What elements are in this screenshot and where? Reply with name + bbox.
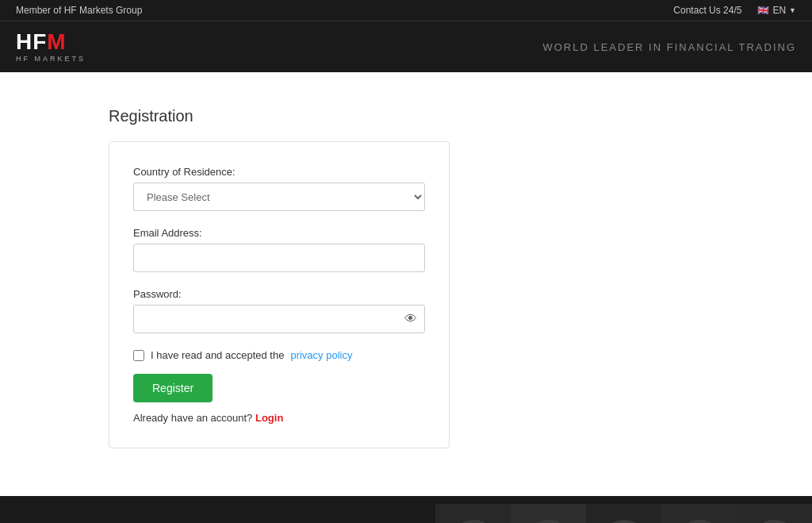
password-label: Password:: [133, 288, 425, 300]
logo-hf: HF: [16, 29, 47, 54]
member-text: Member of HF Markets Group: [16, 5, 142, 16]
lang-text: EN: [772, 5, 786, 16]
login-link[interactable]: Login: [255, 412, 283, 424]
privacy-checkbox-row: I have read and accepted the privacy pol…: [133, 349, 425, 361]
player-4: [661, 504, 737, 523]
country-select[interactable]: Please Select: [133, 183, 425, 211]
email-label: Email Address:: [133, 227, 425, 239]
logo-hfm: HFM: [16, 31, 67, 53]
checkbox-text: I have read and accepted the: [151, 349, 284, 361]
language-selector[interactable]: 🇬🇧 EN ▼: [757, 5, 796, 16]
player-3: [586, 504, 661, 523]
password-group: Password: 👁: [133, 288, 425, 333]
player-5: [737, 504, 812, 523]
register-button[interactable]: Register: [133, 374, 213, 402]
footer-area: HFM HF MARKETS PARISSG: [0, 496, 812, 523]
tagline: WORLD LEADER IN FINANCIAL TRADING: [542, 41, 796, 53]
password-input[interactable]: [133, 305, 425, 333]
registration-form-card: Country of Residence: Please Select Emai…: [109, 141, 450, 448]
logo[interactable]: HFM HF MARKETS: [16, 31, 86, 63]
chevron-down-icon: ▼: [789, 6, 796, 14]
email-group: Email Address:: [133, 227, 425, 272]
flag-icon: 🇬🇧: [757, 5, 769, 16]
login-text: Already have an account?: [133, 412, 252, 424]
country-group: Country of Residence: Please Select: [133, 166, 425, 211]
contact-us-text: Contact Us 24/5: [673, 5, 741, 16]
country-label: Country of Residence:: [133, 166, 425, 178]
privacy-checkbox[interactable]: [133, 350, 144, 361]
player-1: [435, 504, 511, 523]
player-2: [511, 504, 586, 523]
players-container: [435, 504, 812, 523]
logo-m: M: [47, 29, 66, 54]
email-input[interactable]: [133, 244, 425, 272]
eye-icon[interactable]: 👁: [404, 312, 417, 326]
registration-title: Registration: [109, 107, 703, 125]
registration-section: Registration Country of Residence: Pleas…: [109, 107, 703, 448]
privacy-policy-link[interactable]: privacy policy: [290, 349, 352, 361]
top-bar: Member of HF Markets Group Contact Us 24…: [0, 0, 812, 21]
top-bar-right: Contact Us 24/5 🇬🇧 EN ▼: [673, 5, 796, 16]
main-content: Registration Country of Residence: Pleas…: [0, 75, 812, 496]
login-row: Already have an account? Login: [133, 412, 425, 424]
logo-subtitle: HF MARKETS: [16, 55, 86, 63]
password-wrapper: 👁: [133, 305, 425, 333]
header: HFM HF MARKETS WORLD LEADER IN FINANCIAL…: [0, 21, 812, 72]
